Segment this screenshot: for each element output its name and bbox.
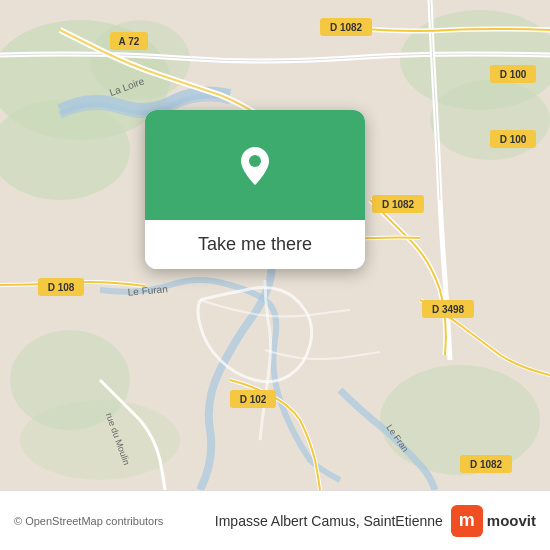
copyright-text: © OpenStreetMap contributors [14, 515, 207, 527]
bottom-bar: © OpenStreetMap contributors Impasse Alb… [0, 490, 550, 550]
svg-text:D 1082: D 1082 [330, 22, 363, 33]
moovit-logo: m moovit [451, 505, 536, 537]
svg-text:D 3498: D 3498 [432, 304, 465, 315]
moovit-icon: m [451, 505, 483, 537]
popup-card: Take me there [145, 110, 365, 269]
svg-text:D 108: D 108 [48, 282, 75, 293]
location-pin-icon [231, 141, 279, 189]
svg-text:D 1082: D 1082 [382, 199, 415, 210]
svg-text:D 102: D 102 [240, 394, 267, 405]
svg-text:A 72: A 72 [119, 36, 140, 47]
svg-text:D 100: D 100 [500, 134, 527, 145]
svg-point-34 [249, 155, 261, 167]
moovit-brand-text: moovit [487, 512, 536, 529]
map-view: A 72 D 1082 D 100 D 100 D 1082 D 498 D 1… [0, 0, 550, 490]
svg-point-7 [20, 400, 180, 480]
popup-header [145, 110, 365, 220]
svg-text:D 100: D 100 [500, 69, 527, 80]
location-name: Impasse Albert Camus, SaintEtienne [215, 513, 443, 529]
svg-text:D 1082: D 1082 [470, 459, 503, 470]
take-me-there-button[interactable]: Take me there [145, 220, 365, 269]
